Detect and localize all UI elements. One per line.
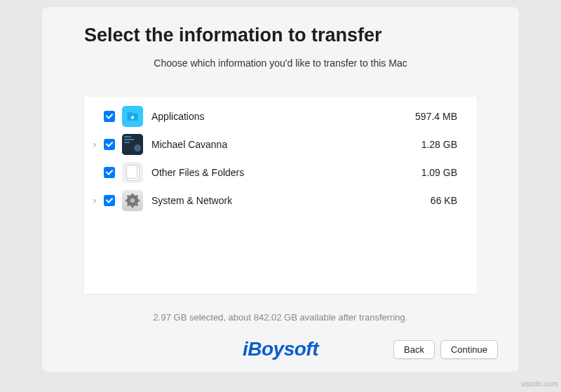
item-size: 597.4 MB [394,111,457,122]
migration-assistant-window: Select the information to transfer Choos… [42,7,519,372]
svg-rect-5 [124,142,130,143]
footer: iBoysoft Back Continue [63,328,498,359]
chevron-right-icon[interactable]: › [90,196,100,205]
svg-point-8 [130,198,135,203]
svg-rect-1 [128,112,133,114]
back-button[interactable]: Back [393,340,435,359]
system-preferences-icon [122,190,143,211]
list-item[interactable]: › Michael Cavanna 1.28 GB [84,130,477,158]
list-item[interactable]: Other Files & Folders 1.09 GB [84,158,477,187]
status-text: 2.97 GB selected, about 842.02 GB availa… [63,312,498,323]
svg-line-14 [136,204,138,206]
iboysoft-logo: iBoysoft [243,338,318,360]
svg-line-15 [128,204,130,206]
svg-rect-4 [124,139,134,140]
continue-button[interactable]: Continue [440,340,498,359]
item-label: Michael Cavanna [151,139,394,150]
applications-folder-icon [122,106,143,127]
item-label: Applications [151,111,394,122]
checkbox[interactable] [104,139,115,150]
checkbox[interactable] [104,195,115,206]
page-title: Select the information to transfer [84,25,498,46]
svg-point-6 [134,144,141,151]
item-size: 1.28 GB [394,139,457,150]
chevron-right-icon[interactable]: › [90,140,100,149]
svg-rect-3 [124,136,131,137]
user-account-icon [122,134,143,155]
list-item[interactable]: › System & Network 66 KB [84,187,477,215]
item-size: 66 KB [394,195,457,206]
svg-line-13 [128,196,130,198]
documents-icon [122,162,143,183]
page-subtitle: Choose which information you'd like to t… [63,58,498,69]
checkbox[interactable] [104,167,115,178]
list-item[interactable]: Applications 597.4 MB [84,102,477,130]
transfer-items-list: Applications 597.4 MB › Michael Cavanna … [84,97,477,294]
watermark: wsxdn.com [521,380,558,388]
item-label: System & Network [151,195,394,206]
checkbox[interactable] [104,111,115,122]
item-size: 1.09 GB [394,167,457,178]
item-label: Other Files & Folders [151,167,394,178]
svg-line-16 [136,196,138,198]
